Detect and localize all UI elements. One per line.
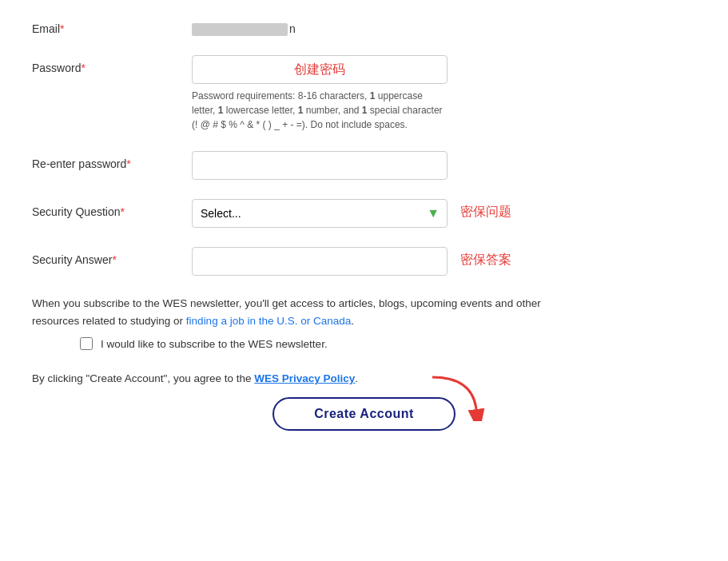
security-question-required: *: [121, 205, 125, 218]
security-answer-row: Security Answer* 密保答案: [32, 247, 696, 276]
reenter-password-input[interactable]: [192, 151, 448, 180]
security-answer-field-area: 密保答案: [192, 247, 696, 276]
security-answer-input[interactable]: [192, 247, 448, 276]
newsletter-checkbox-label[interactable]: I would like to subscribe to the WES new…: [101, 338, 328, 350]
arrow-icon: [424, 373, 488, 421]
agreement-text: By clicking "Create Account", you agree …: [32, 372, 696, 384]
reenter-password-row: Re-enter password*: [32, 151, 696, 180]
security-answer-required: *: [112, 253, 116, 266]
password-label: Password*: [32, 55, 192, 74]
email-label: Email*: [32, 16, 192, 35]
password-field-area: 创建密码 Password requirements: 8-16 charact…: [192, 55, 696, 132]
security-question-select[interactable]: Select... What is your mother's maiden n…: [192, 199, 448, 228]
security-question-row: Security Question* Select... What is you…: [32, 199, 696, 228]
security-question-select-wrapper: Select... What is your mother's maiden n…: [192, 199, 448, 228]
password-row: Password* 创建密码 Password requirements: 8-…: [32, 55, 696, 132]
password-field-inner: 创建密码 Password requirements: 8-16 charact…: [192, 55, 448, 132]
reenter-password-field-area: [192, 151, 696, 180]
arrow-container: [424, 373, 488, 424]
reenter-password-label: Re-enter password*: [32, 151, 192, 170]
privacy-policy-link[interactable]: WES Privacy Policy: [254, 372, 355, 384]
security-answer-chinese: 密保答案: [460, 247, 511, 269]
email-row: Email* n: [32, 16, 696, 36]
password-input[interactable]: [192, 55, 448, 84]
create-account-row: Create Account: [32, 397, 696, 431]
email-value: n: [192, 16, 296, 36]
security-question-label: Security Question*: [32, 199, 192, 218]
email-field-area: n: [192, 16, 696, 36]
password-required: *: [81, 62, 85, 74]
newsletter-checkbox-row: I would like to subscribe to the WES new…: [32, 337, 696, 350]
security-question-field-area: Select... What is your mother's maiden n…: [192, 199, 696, 228]
password-wrapper: 创建密码: [192, 55, 448, 84]
newsletter-link[interactable]: finding a job in the U.S. or Canada: [186, 315, 351, 327]
email-required: *: [60, 22, 64, 35]
email-masked: [192, 23, 288, 36]
reenter-required: *: [126, 157, 130, 170]
newsletter-checkbox[interactable]: [80, 337, 93, 350]
agreement-section: By clicking "Create Account", you agree …: [32, 372, 696, 384]
security-question-chinese: 密保问题: [460, 199, 511, 221]
newsletter-section: When you subscribe to the WES newsletter…: [32, 295, 696, 350]
newsletter-description: When you subscribe to the WES newsletter…: [32, 295, 559, 329]
password-hint: Password requirements: 8-16 characters, …: [192, 89, 448, 132]
security-answer-label: Security Answer*: [32, 247, 192, 266]
